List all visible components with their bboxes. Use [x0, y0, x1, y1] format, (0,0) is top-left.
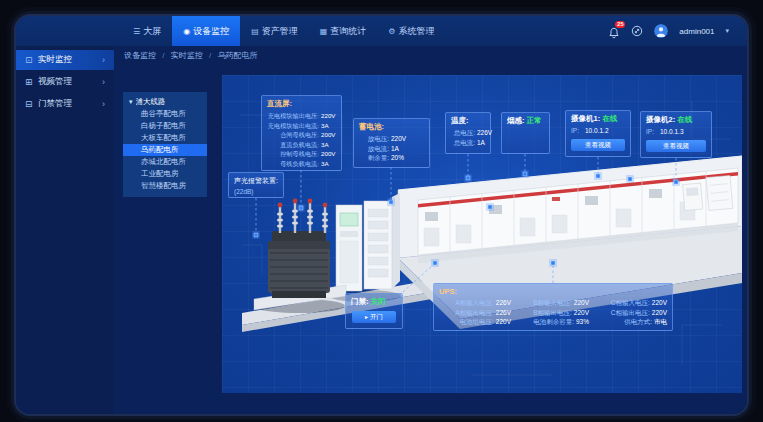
nav-label: 设备监控 [193, 25, 229, 38]
breadcrumb-separator: / [209, 51, 211, 60]
field-value: 220V [574, 308, 589, 318]
data-row: IP:10.0.1.3 [646, 127, 706, 137]
data-row: 合闸母线电压:200V [267, 130, 336, 140]
panel-title: UPS: [439, 287, 667, 296]
field-value: 1A [391, 144, 399, 154]
field-label: C相输出电压: [595, 308, 650, 318]
data-row: C相输出电压:220V [595, 308, 667, 318]
tree-item-selected[interactable]: 乌药配电所 [123, 144, 207, 156]
username[interactable]: admin001 [679, 27, 714, 36]
breadcrumb-item[interactable]: 乌药配电所 [217, 51, 257, 60]
smoke-sensor-panel: 烟感: 正常 [501, 112, 550, 154]
tree-parent-node[interactable]: ▾浦大线路 [123, 95, 207, 108]
nav-tab-assets[interactable]: ▤ 资产管理 [240, 16, 309, 46]
tree-item[interactable]: 曲谷亭配电所 [123, 108, 207, 120]
tree-item[interactable]: 工业配电房 [123, 168, 207, 180]
dashboard-icon: ☰ [133, 27, 140, 36]
fullscreen-icon[interactable] [631, 25, 643, 37]
alarm-value: (22dB) [234, 187, 278, 196]
field-label: 供电方式: [595, 317, 652, 327]
battery-cabinets [329, 193, 401, 302]
gear-icon: ⚙ [388, 27, 395, 36]
content-area: 设备监控 / 实时监控 / 乌药配电所 ▾浦大线路 曲谷亭配电所 白杨子配电所 … [114, 46, 747, 414]
field-label: A相输出电压: [439, 308, 494, 318]
tree-parent-label: 浦大线路 [136, 97, 166, 106]
field-label: 放电流: [359, 144, 389, 154]
field-value: 220V [391, 134, 406, 144]
data-row: IP:10.0.1.2 [571, 126, 625, 136]
sidebar: ⊡ 实时监控 › ⊞ 视频管理 › ⊟ 门禁管理 › [16, 46, 114, 414]
status-badge: 在线 [677, 115, 692, 124]
breadcrumb: 设备监控 / 实时监控 / 乌药配电所 [114, 46, 747, 66]
user-avatar[interactable] [654, 24, 668, 38]
field-value: 20% [391, 153, 404, 163]
sidebar-item-access-manage[interactable]: ⊟ 门禁管理 › [16, 94, 114, 114]
field-value: 1A [477, 138, 485, 148]
view-video-button[interactable]: 查看视频 [646, 140, 706, 152]
data-row: A相输入电压:226V [439, 298, 511, 308]
data-row: B相输入电压:220V [517, 298, 589, 308]
alarm-device-panel: 声光报警装置: (22dB) [228, 172, 284, 198]
nav-tab-device-monitor[interactable]: ◉ 设备监控 [172, 16, 240, 46]
open-door-button[interactable]: ▸开门 [352, 311, 396, 323]
data-row: 母线负载电流:3A [267, 159, 336, 169]
data-row: B相输出电压:220V [517, 308, 589, 318]
sidebar-item-realtime-monitor[interactable]: ⊡ 实时监控 › [16, 50, 114, 70]
panel-title: 烟感: 正常 [507, 116, 544, 126]
status-badge: 关闭 [371, 297, 386, 306]
field-label: 控制母线电压: [267, 149, 319, 159]
tree-item[interactable]: 大板车配电所 [123, 132, 207, 144]
chevron-right-icon: › [102, 55, 105, 65]
data-row: 充电模块输出电流:3A [267, 121, 336, 131]
tree-item[interactable]: 赤城北配电所 [123, 156, 207, 168]
field-value: 220V [574, 298, 589, 308]
nav-tab-dashboard[interactable]: ☰ 大屏 [122, 16, 172, 46]
view-video-button[interactable]: 查看视频 [571, 139, 625, 151]
video-icon: ⊞ [25, 77, 38, 87]
field-label: 放电压: [359, 134, 389, 144]
status-badge: 正常 [527, 116, 542, 125]
notification-badge: 25 [615, 21, 625, 28]
breadcrumb-item[interactable]: 设备监控 [124, 51, 156, 60]
data-row: 电池剩余容量:93% [517, 317, 589, 327]
camera1-ip: 10.0.1.2 [585, 126, 609, 136]
nav-tab-system[interactable]: ⚙ 系统管理 [377, 16, 445, 46]
field-label: 总电流: [451, 138, 475, 148]
data-row: C相输入电压:220V [595, 298, 667, 308]
sidebar-item-label: 实时监控 [38, 54, 72, 66]
avatar-icon [654, 24, 668, 38]
field-value: 220V [496, 317, 511, 327]
field-value: 226V [496, 308, 511, 318]
breadcrumb-separator: / [162, 51, 164, 60]
chevron-right-icon: › [102, 77, 105, 87]
field-value: 3A [321, 140, 329, 150]
door-access-icon: ⊟ [25, 99, 38, 109]
field-value: 226V [477, 128, 492, 138]
ups-panel: UPS: A相输入电压:226V A相输出电压:226V 电池组电压:220V … [433, 283, 673, 331]
breadcrumb-item[interactable]: 实时监控 [171, 51, 203, 60]
panel-title: 摄像机2: 在线 [646, 115, 706, 125]
notifications-button[interactable]: 25 [608, 25, 620, 37]
field-value: 226V [496, 298, 511, 308]
data-row: A相输出电压:226V [439, 308, 511, 318]
panel-title: 门禁: 关闭 [351, 297, 397, 307]
realtime-monitor-icon: ⊡ [25, 55, 38, 65]
nav-tab-query-stats[interactable]: ▦ 查询统计 [309, 16, 378, 46]
field-label: 总电压: [451, 128, 475, 138]
field-value: 220V [652, 308, 667, 318]
camera1-panel: 摄像机1: 在线 IP:10.0.1.2 查看视频 [565, 110, 631, 157]
data-row: 供电方式:市电 [595, 317, 667, 327]
field-label: B相输出电压: [517, 308, 572, 318]
asset-icon: ▤ [251, 27, 259, 36]
panel-title: 温度: [451, 116, 485, 126]
tree-item[interactable]: 白杨子配电所 [123, 120, 207, 132]
field-label: 直流负载电流: [267, 140, 319, 150]
field-label: 电池组电压: [439, 317, 494, 327]
data-row: 总电压:226V [451, 128, 485, 138]
sidebar-item-video-manage[interactable]: ⊞ 视频管理 › [16, 72, 114, 92]
chevron-down-icon[interactable]: ▾ [725, 27, 729, 35]
field-value: 220V [321, 111, 335, 121]
field-value: 3A [321, 159, 329, 169]
tree-item[interactable]: 智慧楼配电房 [123, 180, 207, 192]
camera2-panel: 摄像机2: 在线 IP:10.0.1.3 查看视频 [640, 111, 712, 158]
